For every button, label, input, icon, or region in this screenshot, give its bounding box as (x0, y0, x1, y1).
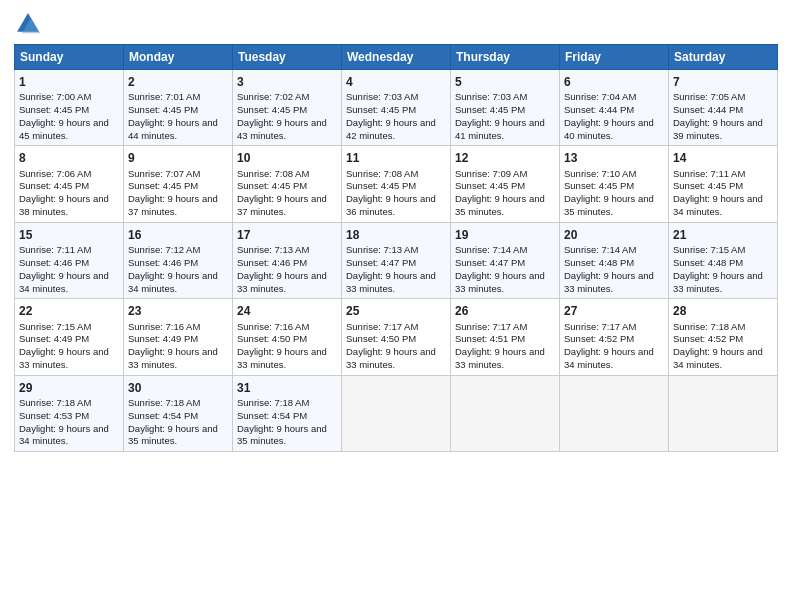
header-cell-thursday: Thursday (451, 45, 560, 70)
calendar-cell: 19Sunrise: 7:14 AMSunset: 4:47 PMDayligh… (451, 222, 560, 298)
daylight-label: Daylight: 9 hours and 33 minutes. (455, 346, 545, 370)
sunrise-label: Sunrise: 7:12 AM (128, 244, 200, 255)
calendar-week-4: 22Sunrise: 7:15 AMSunset: 4:49 PMDayligh… (15, 299, 778, 375)
sunrise-label: Sunrise: 7:07 AM (128, 168, 200, 179)
calendar-cell: 24Sunrise: 7:16 AMSunset: 4:50 PMDayligh… (233, 299, 342, 375)
sunrise-label: Sunrise: 7:17 AM (346, 321, 418, 332)
daylight-label: Daylight: 9 hours and 33 minutes. (346, 346, 436, 370)
day-number: 31 (237, 380, 337, 396)
daylight-label: Daylight: 9 hours and 41 minutes. (455, 117, 545, 141)
calendar-cell: 13Sunrise: 7:10 AMSunset: 4:45 PMDayligh… (560, 146, 669, 222)
day-number: 14 (673, 150, 773, 166)
logo (14, 10, 44, 38)
sunset-label: Sunset: 4:45 PM (455, 180, 525, 191)
sunset-label: Sunset: 4:45 PM (455, 104, 525, 115)
sunrise-label: Sunrise: 7:03 AM (455, 91, 527, 102)
calendar-cell: 17Sunrise: 7:13 AMSunset: 4:46 PMDayligh… (233, 222, 342, 298)
sunrise-label: Sunrise: 7:17 AM (564, 321, 636, 332)
calendar-cell (669, 375, 778, 451)
sunset-label: Sunset: 4:45 PM (673, 180, 743, 191)
day-number: 15 (19, 227, 119, 243)
sunset-label: Sunset: 4:45 PM (237, 104, 307, 115)
day-number: 16 (128, 227, 228, 243)
sunset-label: Sunset: 4:45 PM (346, 180, 416, 191)
sunrise-label: Sunrise: 7:00 AM (19, 91, 91, 102)
day-number: 30 (128, 380, 228, 396)
calendar-cell: 9Sunrise: 7:07 AMSunset: 4:45 PMDaylight… (124, 146, 233, 222)
sunrise-label: Sunrise: 7:11 AM (673, 168, 745, 179)
daylight-label: Daylight: 9 hours and 33 minutes. (564, 270, 654, 294)
day-number: 2 (128, 74, 228, 90)
day-number: 25 (346, 303, 446, 319)
calendar-cell: 7Sunrise: 7:05 AMSunset: 4:44 PMDaylight… (669, 70, 778, 146)
day-number: 27 (564, 303, 664, 319)
sunrise-label: Sunrise: 7:05 AM (673, 91, 745, 102)
header-cell-friday: Friday (560, 45, 669, 70)
page-container: SundayMondayTuesdayWednesdayThursdayFrid… (0, 0, 792, 460)
sunrise-label: Sunrise: 7:18 AM (673, 321, 745, 332)
sunrise-label: Sunrise: 7:16 AM (128, 321, 200, 332)
sunset-label: Sunset: 4:50 PM (346, 333, 416, 344)
daylight-label: Daylight: 9 hours and 35 minutes. (237, 423, 327, 447)
header-cell-wednesday: Wednesday (342, 45, 451, 70)
day-number: 22 (19, 303, 119, 319)
daylight-label: Daylight: 9 hours and 35 minutes. (455, 193, 545, 217)
logo-icon (14, 10, 42, 38)
daylight-label: Daylight: 9 hours and 34 minutes. (19, 270, 109, 294)
sunrise-label: Sunrise: 7:18 AM (128, 397, 200, 408)
header-cell-sunday: Sunday (15, 45, 124, 70)
sunset-label: Sunset: 4:50 PM (237, 333, 307, 344)
calendar-cell: 22Sunrise: 7:15 AMSunset: 4:49 PMDayligh… (15, 299, 124, 375)
calendar-cell (342, 375, 451, 451)
sunrise-label: Sunrise: 7:02 AM (237, 91, 309, 102)
daylight-label: Daylight: 9 hours and 34 minutes. (673, 193, 763, 217)
daylight-label: Daylight: 9 hours and 34 minutes. (19, 423, 109, 447)
day-number: 28 (673, 303, 773, 319)
day-number: 4 (346, 74, 446, 90)
calendar-body: 1Sunrise: 7:00 AMSunset: 4:45 PMDaylight… (15, 70, 778, 452)
sunset-label: Sunset: 4:45 PM (128, 180, 198, 191)
sunrise-label: Sunrise: 7:15 AM (19, 321, 91, 332)
daylight-label: Daylight: 9 hours and 37 minutes. (237, 193, 327, 217)
daylight-label: Daylight: 9 hours and 33 minutes. (237, 270, 327, 294)
calendar-cell: 10Sunrise: 7:08 AMSunset: 4:45 PMDayligh… (233, 146, 342, 222)
calendar-cell: 6Sunrise: 7:04 AMSunset: 4:44 PMDaylight… (560, 70, 669, 146)
sunset-label: Sunset: 4:48 PM (673, 257, 743, 268)
day-number: 6 (564, 74, 664, 90)
sunrise-label: Sunrise: 7:11 AM (19, 244, 91, 255)
calendar-cell: 11Sunrise: 7:08 AMSunset: 4:45 PMDayligh… (342, 146, 451, 222)
sunrise-label: Sunrise: 7:08 AM (346, 168, 418, 179)
sunset-label: Sunset: 4:45 PM (19, 180, 89, 191)
calendar-cell: 23Sunrise: 7:16 AMSunset: 4:49 PMDayligh… (124, 299, 233, 375)
daylight-label: Daylight: 9 hours and 42 minutes. (346, 117, 436, 141)
calendar-cell: 18Sunrise: 7:13 AMSunset: 4:47 PMDayligh… (342, 222, 451, 298)
sunset-label: Sunset: 4:49 PM (128, 333, 198, 344)
sunset-label: Sunset: 4:46 PM (128, 257, 198, 268)
day-number: 5 (455, 74, 555, 90)
sunrise-label: Sunrise: 7:18 AM (19, 397, 91, 408)
sunrise-label: Sunrise: 7:08 AM (237, 168, 309, 179)
calendar-cell: 20Sunrise: 7:14 AMSunset: 4:48 PMDayligh… (560, 222, 669, 298)
calendar-week-1: 1Sunrise: 7:00 AMSunset: 4:45 PMDaylight… (15, 70, 778, 146)
day-number: 9 (128, 150, 228, 166)
calendar-cell: 2Sunrise: 7:01 AMSunset: 4:45 PMDaylight… (124, 70, 233, 146)
day-number: 11 (346, 150, 446, 166)
sunrise-label: Sunrise: 7:13 AM (237, 244, 309, 255)
day-number: 12 (455, 150, 555, 166)
daylight-label: Daylight: 9 hours and 34 minutes. (128, 270, 218, 294)
page-header (14, 10, 778, 38)
sunset-label: Sunset: 4:52 PM (564, 333, 634, 344)
day-number: 8 (19, 150, 119, 166)
day-number: 20 (564, 227, 664, 243)
daylight-label: Daylight: 9 hours and 39 minutes. (673, 117, 763, 141)
sunset-label: Sunset: 4:45 PM (19, 104, 89, 115)
sunset-label: Sunset: 4:46 PM (237, 257, 307, 268)
calendar-cell: 27Sunrise: 7:17 AMSunset: 4:52 PMDayligh… (560, 299, 669, 375)
daylight-label: Daylight: 9 hours and 34 minutes. (564, 346, 654, 370)
calendar-cell (560, 375, 669, 451)
calendar-cell: 30Sunrise: 7:18 AMSunset: 4:54 PMDayligh… (124, 375, 233, 451)
calendar-cell: 28Sunrise: 7:18 AMSunset: 4:52 PMDayligh… (669, 299, 778, 375)
daylight-label: Daylight: 9 hours and 38 minutes. (19, 193, 109, 217)
daylight-label: Daylight: 9 hours and 33 minutes. (128, 346, 218, 370)
sunset-label: Sunset: 4:54 PM (237, 410, 307, 421)
